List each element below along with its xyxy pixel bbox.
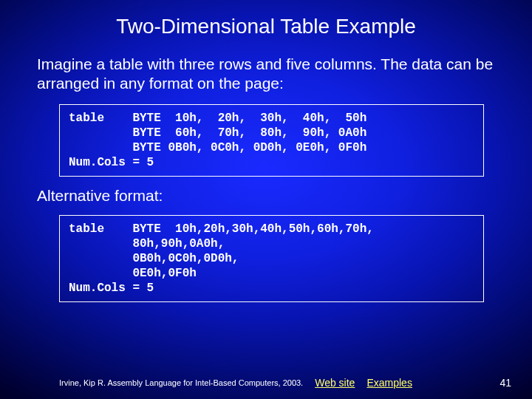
- footer: Irvine, Kip R. Assembly Language for Int…: [0, 377, 532, 389]
- footer-credit: Irvine, Kip R. Assembly Language for Int…: [59, 378, 303, 387]
- intro-text: Imagine a table with three rows and five…: [37, 55, 495, 94]
- web-site-link[interactable]: Web site: [315, 377, 355, 389]
- code-block-1: table BYTE 10h, 20h, 30h, 40h, 50h BYTE …: [59, 104, 484, 177]
- examples-link[interactable]: Examples: [366, 377, 412, 389]
- slide-title: Two-Dimensional Table Example: [0, 0, 532, 38]
- alt-format-label: Alternative format:: [37, 187, 495, 205]
- code-block-2: table BYTE 10h,20h,30h,40h,50h,60h,70h, …: [59, 215, 484, 302]
- page-number: 41: [499, 377, 511, 389]
- slide: Two-Dimensional Table Example Imagine a …: [0, 0, 532, 399]
